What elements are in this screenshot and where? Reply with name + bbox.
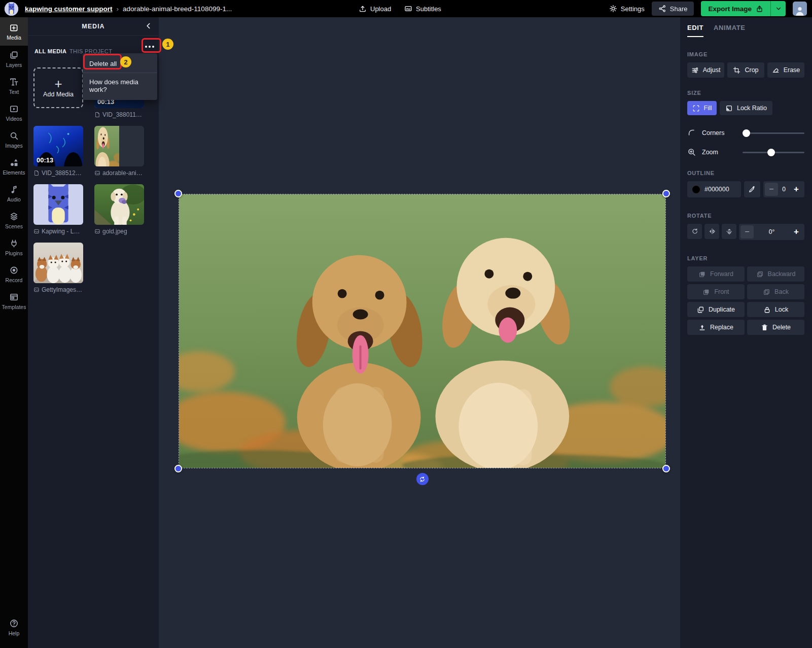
rail-item-templates[interactable]: Templates	[0, 288, 28, 315]
adjust-label: Adjust	[703, 66, 721, 74]
rail-item-media[interactable]: Media	[0, 17, 28, 46]
media-thumbnail-image[interactable]	[94, 126, 144, 166]
delete-button[interactable]: Delete	[747, 320, 804, 335]
adjust-button[interactable]: Adjust	[687, 62, 724, 78]
image-actions: Adjust Crop Erase	[687, 62, 804, 78]
resize-handle-bottom-left[interactable]	[174, 465, 182, 472]
lock-ratio-label: Lock Ratio	[737, 105, 767, 112]
layer-backward-button[interactable]: Backward	[747, 266, 804, 282]
rail-item-layers[interactable]: Layers	[0, 46, 28, 73]
export-options-caret[interactable]	[770, 1, 786, 16]
duplicate-button[interactable]: Duplicate	[687, 302, 745, 317]
rail-item-plugins[interactable]: Plugins	[0, 234, 28, 261]
media-thumbnail-image[interactable]	[33, 184, 83, 225]
rotate-controls: − 0° +	[687, 224, 804, 240]
outline-color-button[interactable]: #000000	[687, 181, 741, 197]
duplicate-label: Duplicate	[709, 306, 735, 313]
kapwing-logo[interactable]	[5, 2, 18, 16]
rotate-handle[interactable]	[416, 473, 429, 485]
media-thumbnail-video[interactable]: 00:13	[33, 126, 83, 166]
corners-slider[interactable]	[743, 129, 804, 137]
rail-item-images[interactable]: Images	[0, 126, 28, 153]
plus-button[interactable]: +	[790, 183, 803, 196]
menu-item-how-media-works[interactable]: How does media work?	[83, 74, 157, 98]
export-image-label: Export Image	[708, 5, 752, 13]
rail-item-help[interactable]: Help	[0, 614, 28, 641]
annotation-badge-1: 1	[162, 39, 173, 50]
image-file-icon	[94, 228, 100, 234]
corners-slider-thumb[interactable]	[743, 129, 750, 137]
media-thumbnail-image[interactable]	[94, 184, 144, 225]
tab-all-media[interactable]: ALL MEDIA	[34, 48, 66, 54]
layer-forward-button[interactable]: Forward	[687, 266, 745, 282]
layer-front-button[interactable]: Front	[687, 284, 745, 299]
flip-horizontal-button[interactable]	[704, 224, 719, 239]
file-icon	[94, 112, 100, 118]
resize-handle-top-right[interactable]	[662, 190, 670, 197]
help-icon	[9, 619, 19, 628]
color-swatch	[692, 185, 700, 194]
add-media-button[interactable]: + Add Media	[33, 67, 83, 108]
selected-image-layer[interactable]	[179, 194, 665, 468]
lock-ratio-button[interactable]: Lock Ratio	[720, 101, 772, 115]
crop-label: Crop	[745, 66, 758, 74]
minus-button[interactable]: −	[740, 225, 754, 238]
fill-button[interactable]: Fill	[687, 101, 717, 115]
text-icon	[9, 77, 19, 87]
settings-label: Settings	[621, 5, 645, 13]
media-tile: GettyImages-11...	[33, 243, 83, 293]
zoom-slider-thumb[interactable]	[767, 149, 775, 156]
layer-actions: Forward Backward Front Back Duplicate Lo…	[687, 266, 804, 335]
erase-label: Erase	[784, 66, 800, 74]
zoom-label: Zoom	[702, 149, 718, 156]
rail-item-record[interactable]: Record	[0, 261, 28, 288]
workspace-link[interactable]: kapwing customer support	[25, 5, 113, 13]
annotation-badge-2: 2	[120, 56, 131, 67]
erase-button[interactable]: Erase	[767, 62, 804, 78]
subtitles-button[interactable]: Subtitles	[404, 5, 441, 13]
rail-item-elements[interactable]: Elements	[0, 153, 28, 180]
image-section-label: IMAGE	[687, 51, 804, 57]
media-caption: VID_38851215_...	[33, 169, 83, 177]
minus-button[interactable]: −	[765, 183, 778, 196]
replace-button[interactable]: Replace	[687, 320, 745, 335]
rail-item-audio[interactable]: Audio	[0, 180, 28, 207]
lock-label: Lock	[775, 306, 788, 313]
crop-button[interactable]: Crop	[727, 62, 764, 78]
media-thumbnail-image[interactable]	[33, 243, 83, 283]
gear-icon	[609, 5, 617, 13]
zoom-slider[interactable]	[743, 149, 804, 156]
settings-button[interactable]: Settings	[609, 5, 645, 13]
lock-button[interactable]: Lock	[747, 302, 804, 317]
media-tile: 00:13 VID_38851215_...	[33, 126, 83, 177]
plug-icon	[9, 238, 19, 248]
project-title[interactable]: adorable-animal-breed-1108099-1...	[123, 5, 232, 13]
rotate-arrows-icon	[419, 476, 426, 483]
media-tile: gold.jpeg	[94, 184, 144, 235]
rotate-icon	[691, 228, 698, 235]
plus-button[interactable]: +	[790, 225, 803, 238]
size-section-label: SIZE	[687, 90, 804, 96]
tab-edit[interactable]: EDIT	[687, 24, 703, 37]
add-media-tile[interactable]: + Add Media	[33, 67, 83, 118]
resize-handle-top-left[interactable]	[174, 190, 182, 197]
media-tile: adorable-anim...	[94, 126, 144, 177]
resize-handle-bottom-right[interactable]	[662, 465, 670, 472]
outline-controls: #000000 − 0 +	[687, 181, 804, 197]
editor-canvas[interactable]	[159, 17, 680, 648]
layer-back-button[interactable]: Back	[747, 284, 804, 299]
export-image-button[interactable]: Export Image	[701, 1, 770, 16]
inspector-panel: EDIT ANIMATE IMAGE Adjust Crop Erase SIZ…	[680, 17, 812, 648]
tab-animate[interactable]: ANIMATE	[714, 24, 745, 37]
rail-item-scenes[interactable]: Scenes	[0, 207, 28, 234]
share-button[interactable]: Share	[652, 2, 694, 16]
flip-vertical-button[interactable]	[722, 224, 736, 239]
user-avatar[interactable]	[793, 2, 807, 16]
rail-item-videos[interactable]: Videos	[0, 99, 28, 126]
media-icon	[9, 23, 19, 32]
eyedropper-button[interactable]	[744, 181, 760, 197]
collapse-panel-button[interactable]	[145, 22, 153, 30]
upload-button[interactable]: Upload	[359, 5, 391, 13]
rail-item-text[interactable]: Text	[0, 73, 28, 99]
rotate-90-button[interactable]	[687, 224, 702, 239]
